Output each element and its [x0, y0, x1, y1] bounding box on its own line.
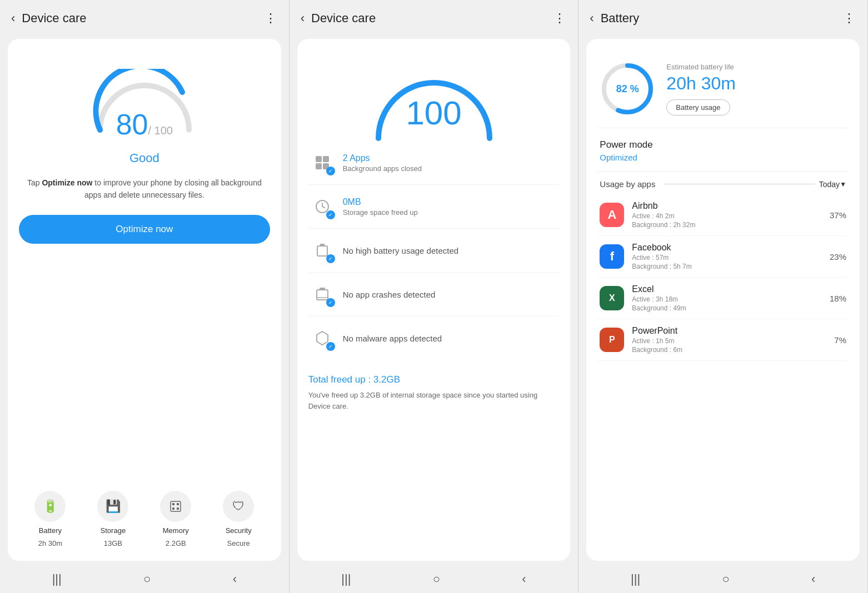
quick-item-battery[interactable]: 🔋 Battery 2h 30m — [34, 491, 66, 547]
airbnb-info: Airbnb Active : 4h 2m Background : 2h 32… — [632, 201, 830, 229]
back-button-panel2[interactable]: ‹ — [301, 11, 305, 26]
nav-recent-panel1[interactable]: ||| — [52, 572, 62, 586]
excel-info: Excel Active : 3h 18m Background : 49m — [632, 284, 830, 312]
header-panel3: ‹ Battery ⋮ — [578, 0, 867, 34]
nav-home-panel2[interactable]: ○ — [433, 572, 440, 586]
bottom-nav-panel1: ||| ○ ‹ — [0, 565, 289, 593]
airbnb-bg: Background : 2h 32m — [632, 221, 830, 229]
nav-home-panel3[interactable]: ○ — [722, 572, 729, 586]
svg-rect-12 — [317, 290, 328, 300]
svg-rect-0 — [171, 501, 181, 511]
nav-recent-panel3[interactable]: ||| — [631, 572, 640, 586]
usage-dots-divider — [664, 184, 814, 184]
facebook-pct: 23% — [830, 252, 846, 262]
apps-icon: ✓ — [311, 151, 334, 174]
bottom-nav-panel3: ||| ○ ‹ — [578, 565, 867, 593]
card-panel3: 82 % Estimated battery life 20h 30m Batt… — [586, 39, 860, 561]
svg-rect-7 — [316, 163, 322, 169]
app-item-excel[interactable]: X Excel Active : 3h 18m Background : 49m… — [597, 278, 849, 319]
airbnb-name: Airbnb — [632, 201, 830, 211]
svg-rect-4 — [177, 507, 179, 510]
result-malware-text: No malware apps detected — [343, 334, 442, 343]
bottom-nav-panel2: ||| ○ ‹ — [290, 565, 578, 593]
result-item-storage: ✓ 0MB Storage space freed up — [308, 185, 560, 229]
usage-header: Usage by apps Today ▼ — [597, 172, 849, 194]
battery-percentage: 82 % — [616, 83, 639, 95]
optimize-now-button[interactable]: Optimize now — [19, 215, 270, 244]
battery-info: Estimated battery life 20h 30m Battery u… — [666, 63, 846, 115]
total-freed-section: Total freed up : 3.2GB You've freed up 3… — [308, 369, 560, 411]
check-badge-storage: ✓ — [326, 210, 335, 219]
crashes-result-icon: ✓ — [311, 283, 334, 306]
result-crashes-main: No app crashes detected — [343, 290, 436, 299]
check-badge-crashes: ✓ — [326, 298, 335, 307]
memory-icon — [160, 491, 191, 522]
app-item-facebook[interactable]: f Facebook Active : 57m Background : 5h … — [597, 236, 849, 278]
svg-rect-2 — [177, 503, 179, 505]
battery-usage-button[interactable]: Battery usage — [666, 99, 730, 115]
battery-circle-gauge: 82 % — [600, 61, 655, 117]
card-panel1: 80/ 100 Good Tap Optimize now to improve… — [8, 39, 281, 561]
usage-period-arrow[interactable]: ▼ — [840, 180, 846, 188]
app-item-airbnb[interactable]: A Airbnb Active : 4h 2m Background : 2h … — [597, 194, 849, 236]
menu-button-panel3[interactable]: ⋮ — [843, 11, 856, 26]
header-panel1: ‹ Device care ⋮ — [0, 0, 289, 34]
result-apps-text: 2 Apps Background apps closed — [343, 153, 422, 173]
score-100-value: 100 — [406, 94, 461, 132]
security-label: Security — [226, 526, 252, 535]
menu-button-panel1[interactable]: ⋮ — [265, 11, 278, 26]
panel-device-care-1: ‹ Device care ⋮ 80/ 100 Good Tap Optimiz… — [0, 0, 290, 593]
svg-rect-13 — [320, 288, 325, 290]
good-label: Good — [19, 151, 270, 165]
svg-rect-10 — [317, 246, 327, 256]
storage-value: 13GB — [104, 539, 122, 547]
nav-recent-panel2[interactable]: ||| — [341, 572, 351, 586]
storage-result-icon: ✓ — [311, 195, 334, 218]
memory-value: 2.2GB — [166, 539, 186, 547]
quick-item-security[interactable]: 🛡 Security Secure — [223, 491, 254, 547]
battery-result-icon: ✓ — [311, 239, 334, 262]
result-item-crashes: ✓ No app crashes detected — [308, 273, 560, 316]
power-mode-title: Power mode — [600, 139, 846, 150]
menu-button-panel2[interactable]: ⋮ — [553, 11, 567, 26]
facebook-info: Facebook Active : 57m Background : 5h 7m — [632, 243, 830, 270]
result-battery-text: No high battery usage detected — [343, 246, 458, 255]
results-list: ✓ 2 Apps Background apps closed ✓ 0MB St… — [308, 141, 560, 360]
optimize-description: Tap Optimize now to improve your phone b… — [19, 177, 270, 202]
excel-bg: Background : 49m — [632, 304, 830, 312]
excel-active: Active : 3h 18m — [632, 295, 830, 303]
nav-back-panel2[interactable]: ‹ — [522, 572, 526, 586]
memory-label: Memory — [163, 526, 189, 535]
result-crashes-text: No app crashes detected — [343, 290, 436, 299]
total-freed-desc: You've freed up 3.2GB of internal storag… — [308, 390, 560, 411]
title-panel3: Battery — [601, 11, 843, 26]
gauge-score-text: 80/ 100 — [116, 108, 173, 141]
svg-rect-11 — [320, 244, 325, 247]
result-storage-main: 0MB — [343, 197, 418, 207]
storage-label: Storage — [101, 526, 126, 535]
header-panel2: ‹ Device care ⋮ — [290, 0, 578, 34]
result-apps-sub: Background apps closed — [343, 164, 422, 173]
result-storage-sub: Storage space freed up — [343, 208, 418, 217]
quick-item-memory[interactable]: Memory 2.2GB — [160, 491, 191, 547]
back-button-panel3[interactable]: ‹ — [590, 11, 593, 26]
powerpoint-icon: P — [600, 328, 624, 352]
battery-icon: 🔋 — [34, 491, 66, 522]
score-max: / 100 — [148, 124, 173, 137]
quick-item-storage[interactable]: 💾 Storage 13GB — [97, 491, 128, 547]
svg-rect-6 — [323, 156, 329, 162]
airbnb-pct: 37% — [830, 210, 846, 220]
excel-icon: X — [600, 286, 624, 310]
usage-header-title: Usage by apps — [600, 179, 655, 189]
title-panel2: Device care — [311, 11, 553, 26]
airbnb-active: Active : 4h 2m — [632, 212, 830, 220]
result-apps-main: 2 Apps — [343, 153, 422, 163]
nav-back-panel3[interactable]: ‹ — [811, 572, 815, 586]
app-item-powerpoint[interactable]: P PowerPoint Active : 1h 5m Background :… — [597, 319, 849, 361]
security-value: Secure — [227, 539, 250, 547]
check-badge-malware: ✓ — [326, 342, 335, 351]
back-button-panel1[interactable]: ‹ — [11, 11, 15, 26]
nav-back-panel1[interactable]: ‹ — [233, 572, 237, 586]
usage-today-label: Today — [819, 180, 840, 189]
nav-home-panel1[interactable]: ○ — [143, 572, 151, 586]
